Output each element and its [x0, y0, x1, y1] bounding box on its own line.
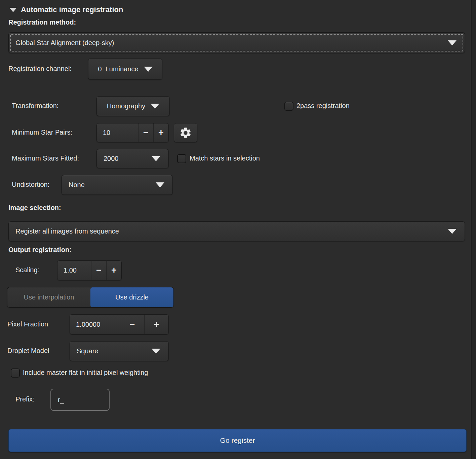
max-stars-fitted-dropdown[interactable]: 2000 — [96, 149, 169, 168]
pixel-fraction-value[interactable]: 1.00000 — [70, 315, 120, 334]
go-register-label: Go register — [220, 436, 255, 445]
section-title: Automatic image registration — [21, 5, 123, 14]
drizzle-toggle-group: Use interpolation Use drizzle — [7, 287, 174, 308]
twopass-label: 2pass registration — [296, 102, 350, 110]
registration-method-label: Registration method: — [8, 19, 76, 26]
pixel-fraction-decrement-button[interactable]: − — [120, 315, 144, 334]
registration-panel: Automatic image registration Registratio… — [0, 0, 476, 459]
gear-icon — [179, 127, 192, 139]
min-star-pairs-value[interactable]: 10 — [97, 123, 138, 142]
registration-method-dropdown[interactable]: Global Star Alignment (deep-sky) — [8, 32, 465, 53]
go-register-button[interactable]: Go register — [8, 429, 467, 452]
max-stars-fitted-label: Maximum Stars Fitted: — [12, 154, 79, 162]
min-star-pairs-increment-button[interactable]: + — [153, 123, 168, 142]
prefix-label: Prefix: — [15, 395, 35, 403]
master-flat-label: Include master flat in initial pixel wei… — [23, 369, 148, 377]
chevron-down-icon — [156, 182, 164, 187]
pixel-fraction-spinner: 1.00000 − + — [70, 314, 169, 334]
max-stars-fitted-value: 2000 — [104, 155, 119, 163]
undistortion-dropdown[interactable]: None — [62, 175, 173, 195]
use-interpolation-button[interactable]: Use interpolation — [7, 287, 90, 307]
image-selection-value: Register all images from sequence — [15, 227, 119, 235]
use-drizzle-button[interactable]: Use drizzle — [90, 287, 173, 307]
transformation-value: Homography — [107, 102, 146, 110]
scaling-label: Scaling: — [15, 266, 39, 274]
pixel-fraction-increment-button[interactable]: + — [144, 315, 168, 334]
min-star-pairs-spinner: 10 − + — [96, 123, 169, 142]
undistortion-label: Undistortion: — [12, 181, 49, 188]
chevron-down-icon — [448, 40, 457, 45]
droplet-model-value: Square — [77, 347, 98, 355]
registration-channel-value: 0: Luminance — [98, 65, 138, 73]
scaling-increment-button[interactable]: + — [106, 261, 121, 280]
section-expander[interactable]: Automatic image registration — [9, 5, 123, 14]
registration-channel-label: Registration channel: — [8, 65, 72, 73]
scaling-value[interactable]: 1.00 — [57, 261, 91, 280]
master-flat-checkbox[interactable] — [11, 368, 20, 378]
scaling-spinner: 1.00 − + — [57, 260, 122, 280]
chevron-down-icon — [144, 67, 153, 72]
registration-channel-dropdown[interactable]: 0: Luminance — [88, 59, 162, 80]
chevron-down-icon — [152, 156, 160, 161]
twopass-checkbox[interactable] — [284, 102, 293, 111]
droplet-model-dropdown[interactable]: Square — [70, 341, 169, 361]
expander-arrow-icon — [9, 8, 17, 12]
undistortion-value: None — [69, 181, 85, 189]
droplet-model-label: Droplet Model — [7, 347, 49, 355]
scaling-decrement-button[interactable]: − — [91, 261, 106, 280]
registration-method-value: Global Star Alignment (deep-sky) — [15, 39, 114, 47]
image-selection-label: Image selection: — [8, 204, 61, 212]
min-star-pairs-label: Minimum Star Pairs: — [12, 129, 72, 136]
panel-right-edge — [471, 0, 476, 459]
pixel-fraction-label: Pixel Fraction — [7, 320, 48, 328]
transformation-label: Transformation: — [12, 102, 58, 110]
output-registration-label: Output registration: — [8, 246, 72, 254]
match-stars-checkbox[interactable] — [177, 154, 186, 163]
min-star-pairs-decrement-button[interactable]: − — [138, 123, 153, 142]
chevron-down-icon — [151, 104, 159, 109]
chevron-down-icon — [152, 349, 160, 354]
prefix-input[interactable] — [50, 389, 110, 411]
transformation-dropdown[interactable]: Homography — [96, 96, 170, 116]
match-stars-label: Match stars in selection — [190, 154, 260, 162]
star-detection-settings-button[interactable] — [174, 123, 197, 142]
chevron-down-icon — [448, 229, 457, 234]
image-selection-dropdown[interactable]: Register all images from sequence — [8, 221, 465, 241]
